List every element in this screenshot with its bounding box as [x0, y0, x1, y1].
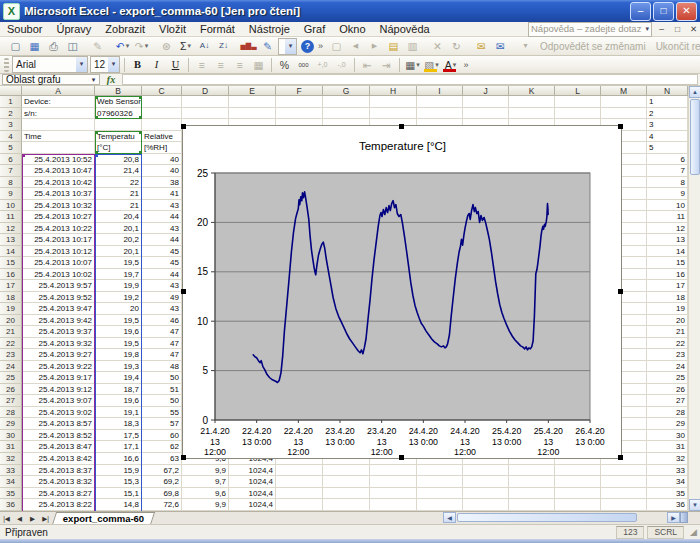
cell-M36[interactable]: [601, 499, 647, 511]
cell-B3[interactable]: [95, 119, 142, 131]
scroll-left-icon[interactable]: ◀: [443, 512, 456, 523]
cell-N30[interactable]: 30: [647, 430, 688, 442]
insert-function-icon[interactable]: fx: [100, 74, 122, 85]
cell-C14[interactable]: 45: [142, 246, 182, 258]
row-header-14[interactable]: 14: [0, 246, 22, 258]
cell-J36[interactable]: [463, 499, 509, 511]
menu-item-8[interactable]: Nápověda: [373, 23, 437, 35]
cell-H36[interactable]: [370, 499, 417, 511]
cell-C26[interactable]: 51: [142, 384, 182, 396]
row-header-4[interactable]: 4: [0, 131, 22, 143]
cell-N26[interactable]: 26: [647, 384, 688, 396]
menu-item-0[interactable]: Soubor: [0, 23, 49, 35]
row-header-32[interactable]: 32: [0, 453, 22, 465]
cell-B7[interactable]: 21,4: [95, 165, 142, 177]
row-header-17[interactable]: 17: [0, 280, 22, 292]
row-header-1[interactable]: 1: [0, 96, 22, 108]
scroll-right-icon[interactable]: ▶: [667, 512, 680, 523]
cell-B31[interactable]: 17,1: [95, 441, 142, 453]
cell-A27[interactable]: 25.4.2013 9:07: [22, 395, 95, 407]
chevron-down-icon[interactable]: ▾: [435, 61, 439, 69]
cell-J33[interactable]: [463, 465, 509, 477]
menu-item-6[interactable]: Graf: [297, 23, 332, 35]
update-file-icon[interactable]: ↻: [447, 38, 466, 54]
cell-B1[interactable]: Web Sensor: [95, 96, 142, 108]
chart-handle-e[interactable]: [618, 289, 623, 294]
end-review-button[interactable]: Ukončit revizi: [651, 41, 700, 52]
cell-C15[interactable]: 45: [142, 257, 182, 269]
percent-style-button[interactable]: %: [275, 57, 294, 73]
cell-L34[interactable]: [555, 476, 601, 488]
cell-C33[interactable]: 67,2: [142, 465, 182, 477]
row-header-9[interactable]: 9: [0, 188, 22, 200]
cell-C5[interactable]: [%RH]: [142, 142, 182, 154]
decrease-decimal-button[interactable]: -,0: [332, 57, 351, 73]
cell-B4[interactable]: Temperatu: [95, 131, 142, 143]
cell-B15[interactable]: 19,5: [95, 257, 142, 269]
cell-B28[interactable]: 19,1: [95, 407, 142, 419]
cell-A26[interactable]: 25.4.2013 9:12: [22, 384, 95, 396]
row-header-21[interactable]: 21: [0, 326, 22, 338]
cell-K34[interactable]: [509, 476, 555, 488]
cell-N19[interactable]: 19: [647, 303, 688, 315]
cell-C30[interactable]: 60: [142, 430, 182, 442]
merge-center-button[interactable]: ▦: [249, 57, 268, 73]
cell-N36[interactable]: 36: [647, 499, 688, 511]
workbook-minimize-button[interactable]: ‒: [655, 23, 668, 36]
row-header-28[interactable]: 28: [0, 407, 22, 419]
align-left-button[interactable]: ≡: [192, 57, 211, 73]
format-painter-icon[interactable]: ✎: [88, 38, 107, 54]
row-header-16[interactable]: 16: [0, 269, 22, 281]
cell-J2[interactable]: [463, 108, 509, 120]
italic-button[interactable]: I: [147, 57, 166, 73]
chart-handle-s[interactable]: [399, 455, 404, 460]
menu-item-3[interactable]: Vložit: [152, 23, 193, 35]
cell-B18[interactable]: 19,2: [95, 292, 142, 304]
vertical-scrollbar[interactable]: ▲ ▼: [688, 86, 700, 511]
tab-last-button[interactable]: ▶|: [39, 513, 52, 524]
cell-N11[interactable]: 11: [647, 211, 688, 223]
cell-C10[interactable]: 43: [142, 200, 182, 212]
cell-N10[interactable]: 10: [647, 200, 688, 212]
align-right-button[interactable]: ≡: [230, 57, 249, 73]
cell-M33[interactable]: [601, 465, 647, 477]
cell-E36[interactable]: 1024,4: [229, 499, 276, 511]
cell-B36[interactable]: 14,8: [95, 499, 142, 511]
cell-C31[interactable]: 62: [142, 441, 182, 453]
cell-N4[interactable]: 4: [647, 131, 688, 143]
cell-A32[interactable]: 25.4.2013 8:42: [22, 453, 95, 465]
column-header-I[interactable]: I: [417, 86, 463, 96]
cell-A6[interactable]: 25.4.2013 10:52: [22, 154, 95, 166]
increase-indent-button[interactable]: ⇥: [377, 57, 396, 73]
print-icon[interactable]: ⎙: [44, 38, 63, 54]
row-header-33[interactable]: 33: [0, 465, 22, 477]
column-header-E[interactable]: E: [229, 86, 276, 96]
name-box[interactable]: Oblast grafu ▾: [2, 74, 100, 85]
row-header-10[interactable]: 10: [0, 200, 22, 212]
vertical-scroll-thumb[interactable]: [690, 99, 700, 175]
cell-C6[interactable]: 40: [142, 154, 182, 166]
reply-with-changes-button[interactable]: Odpovědět se změnami: [535, 41, 651, 52]
bold-button[interactable]: B: [128, 57, 147, 73]
scroll-up-icon[interactable]: ▲: [689, 86, 700, 98]
cell-N35[interactable]: 35: [647, 488, 688, 500]
cell-B9[interactable]: 21: [95, 188, 142, 200]
cell-C23[interactable]: 47: [142, 349, 182, 361]
cell-H2[interactable]: [370, 108, 417, 120]
cell-N17[interactable]: 17: [647, 280, 688, 292]
chevron-down-icon[interactable]: ▾: [145, 42, 149, 50]
scroll-down-icon[interactable]: ▼: [689, 499, 700, 511]
row-header-2[interactable]: 2: [0, 108, 22, 120]
cell-G2[interactable]: [323, 108, 370, 120]
mail-recipient-icon[interactable]: ✉: [472, 38, 491, 54]
row-header-24[interactable]: 24: [0, 361, 22, 373]
row-header-11[interactable]: 11: [0, 211, 22, 223]
row-header-36[interactable]: 36: [0, 499, 22, 511]
cell-J35[interactable]: [463, 488, 509, 500]
chevron-down-icon[interactable]: ▾: [108, 57, 119, 72]
cell-E1[interactable]: [229, 96, 276, 108]
column-header-N[interactable]: N: [647, 86, 688, 96]
cell-A30[interactable]: 25.4.2013 8:52: [22, 430, 95, 442]
cell-A21[interactable]: 25.4.2013 9:37: [22, 326, 95, 338]
align-center-button[interactable]: ≡: [211, 57, 230, 73]
